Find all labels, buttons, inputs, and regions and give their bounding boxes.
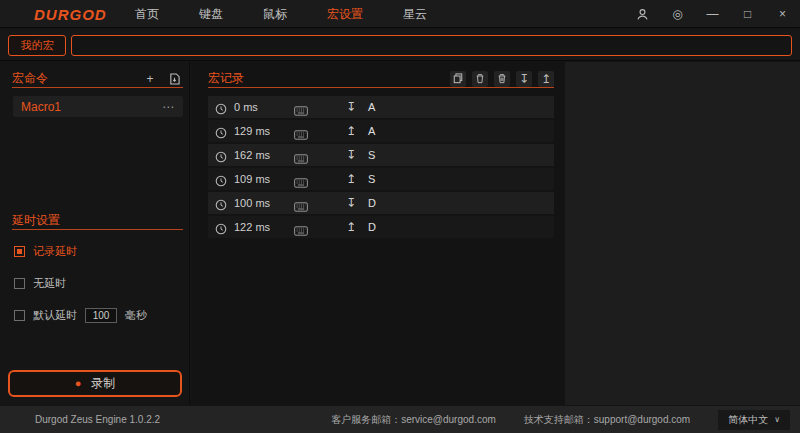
nav-tab-home[interactable]: 首页 [135,6,159,23]
macro-list-item[interactable]: Macro1 ⋯ [13,96,183,117]
commands-divider [12,87,183,88]
macro-tab-strip [71,35,792,56]
delay-divider [12,229,183,230]
key-down-icon: ↧ [346,100,356,114]
import-macro-icon[interactable] [166,71,182,87]
right-empty-area [565,62,800,405]
option-default-delay[interactable]: 默认延时 毫秒 [14,308,147,323]
statusbar-right: 客户服务邮箱：service@durgod.com 技术支持邮箱：support… [331,410,790,430]
record-delay-checkbox[interactable] [14,246,25,257]
record-button[interactable]: ● 录制 [8,370,182,397]
record-time: 100 ms [234,197,270,209]
record-key: A [368,101,375,113]
keyboard-icon [294,222,308,240]
key-up-icon: ↥ [346,124,356,138]
main-nav: 首页 键盘 鼠标 宏设置 星云 [135,0,427,28]
macro-record-title: 宏记录 [208,70,450,87]
nav-tab-macro-settings[interactable]: 宏设置 [327,6,363,23]
clock-icon [215,125,227,143]
record-key: D [368,197,376,209]
durgod-logo: DURGOD [34,6,107,23]
language-label: 简体中文 [728,413,768,427]
macro-record-header: 宏记录 ↧ ↥ [208,70,554,87]
macro-record-row[interactable]: 162 ms ↧ S [208,144,554,166]
delay-settings-title: 延时设置 [12,212,60,229]
default-delay-unit: 毫秒 [125,308,147,323]
import-record-icon[interactable]: ↧ [516,71,532,87]
record-dot-icon: ● [75,378,82,389]
key-down-icon: ↧ [346,196,356,210]
nav-tab-mouse[interactable]: 鼠标 [263,6,287,23]
keyboard-icon [294,150,308,168]
macro-commands-header: 宏命令 + [12,70,182,87]
nav-tab-nebula[interactable]: 星云 [403,6,427,23]
clock-icon [215,149,227,167]
my-macros-tab[interactable]: 我的宏 [8,35,66,56]
macro-record-row[interactable]: 129 ms ↥ A [208,120,554,142]
default-delay-label: 默认延时 [33,308,77,323]
support-email: 技术支持邮箱：support@durgod.com [524,413,690,427]
macro-record-row[interactable]: 0 ms ↧ A [208,96,554,118]
window-controls: ◎ — □ × [625,0,800,28]
record-key: D [368,221,376,233]
nav-tab-keyboard[interactable]: 键盘 [199,6,223,23]
record-button-label: 录制 [91,375,115,392]
statusbar: Durgod Zeus Engine 1.0.2.2 客户服务邮箱：servic… [0,406,800,433]
record-delay-label: 记录延时 [33,244,77,259]
record-time: 122 ms [234,221,270,233]
user-account-icon[interactable] [625,0,660,28]
no-delay-checkbox[interactable] [14,278,25,289]
clock-icon [215,197,227,215]
service-email: 客户服务邮箱：service@durgod.com [331,413,496,427]
macro-record-row[interactable]: 122 ms ↥ D [208,216,554,238]
record-time: 109 ms [234,173,270,185]
copy-record-icon[interactable] [450,71,466,87]
record-divider [208,87,554,88]
macro-record-row[interactable]: 109 ms ↥ S [208,168,554,190]
keyboard-icon [294,198,308,216]
keyboard-icon [294,126,308,144]
app-version: Durgod Zeus Engine 1.0.2.2 [35,414,160,425]
macro-commands-actions: + [142,71,182,87]
macro-record-toolbar: ↧ ↥ [450,71,554,87]
default-delay-input[interactable] [85,308,117,323]
key-up-icon: ↥ [346,220,356,234]
titlebar: DURGOD 首页 键盘 鼠标 宏设置 星云 ◎ — □ × [0,0,800,28]
delay-settings-header: 延时设置 [12,212,182,229]
minimize-button[interactable]: — [695,0,730,28]
record-time: 162 ms [234,149,270,161]
record-key: A [368,125,375,137]
key-up-icon: ↥ [346,172,356,186]
clock-icon [215,173,227,191]
macro-record-row[interactable]: 100 ms ↧ D [208,192,554,214]
export-record-icon[interactable]: ↥ [538,71,554,87]
macro-command-panel: 宏命令 + Macro1 ⋯ 延时设置 记录延时 [0,62,190,405]
option-record-delay[interactable]: 记录延时 [14,244,77,259]
language-selector[interactable]: 简体中文 ∨ [718,410,790,430]
record-key: S [368,149,375,161]
content-area: 宏命令 + Macro1 ⋯ 延时设置 记录延时 [0,62,800,405]
clock-icon [215,101,227,119]
keyboard-icon [294,174,308,192]
settings-icon[interactable]: ◎ [660,0,695,28]
record-time: 129 ms [234,125,270,137]
macro-commands-title: 宏命令 [12,70,142,87]
durgod-zeus-engine-window: DURGOD 首页 键盘 鼠标 宏设置 星云 ◎ — □ × 我的宏 宏命令 [0,0,800,433]
add-macro-icon[interactable]: + [142,71,158,87]
no-delay-label: 无延时 [33,276,66,291]
close-button[interactable]: × [765,0,800,28]
macro-more-icon[interactable]: ⋯ [162,100,175,114]
maximize-button[interactable]: □ [730,0,765,28]
clock-icon [215,221,227,239]
macro-tabbar: 我的宏 [0,29,800,61]
chevron-down-icon: ∨ [774,415,780,424]
keyboard-icon [294,102,308,120]
macro-record-panel: 宏记录 ↧ ↥ [191,62,565,405]
record-key: S [368,173,375,185]
clear-records-icon[interactable] [494,71,510,87]
record-time: 0 ms [234,101,258,113]
option-no-delay[interactable]: 无延时 [14,276,66,291]
default-delay-checkbox[interactable] [14,310,25,321]
delete-record-icon[interactable] [472,71,488,87]
key-down-icon: ↧ [346,148,356,162]
